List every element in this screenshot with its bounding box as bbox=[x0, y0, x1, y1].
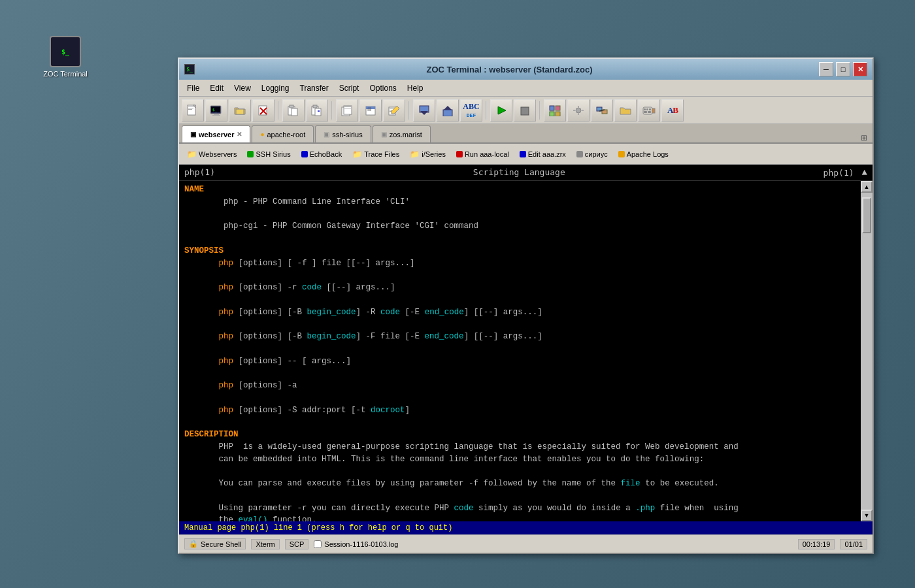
status-date: 01/01 bbox=[840, 539, 867, 549]
svg-point-43 bbox=[576, 108, 581, 113]
toolbar-clipboard-btn[interactable]: ▤ bbox=[359, 99, 382, 122]
toolbar-new-btn[interactable] bbox=[182, 99, 204, 122]
term-section-synopsis: SYNOPSIS bbox=[184, 245, 856, 257]
tab-label-0: webserver bbox=[199, 131, 234, 139]
toolbar-files-btn[interactable] bbox=[614, 99, 637, 122]
status-scp[interactable]: SCP bbox=[285, 539, 309, 549]
menu-options[interactable]: Options bbox=[364, 82, 401, 94]
svg-rect-19 bbox=[315, 108, 321, 116]
toolbar-copy-btn[interactable] bbox=[336, 99, 358, 122]
term-blank-11 bbox=[184, 490, 856, 502]
svg-rect-41 bbox=[550, 112, 554, 116]
tab-icon-2: ▣ bbox=[324, 131, 329, 138]
log-checkbox[interactable] bbox=[314, 540, 322, 548]
menu-logging[interactable]: Logging bbox=[256, 82, 295, 94]
toolbar-paste1-btn[interactable] bbox=[282, 99, 305, 122]
term-blank-7 bbox=[184, 367, 856, 380]
bookmark-dot-6 bbox=[520, 151, 526, 157]
term-blank-1 bbox=[184, 208, 856, 221]
tab-close-0[interactable]: ✕ bbox=[237, 131, 242, 138]
term-desc-4: Using parameter -r you can directly exec… bbox=[184, 502, 856, 515]
toolbar-sep-2 bbox=[331, 101, 333, 120]
toolbar-close-btn[interactable] bbox=[252, 99, 274, 122]
toolbar: $_ ▤ ABC DE bbox=[179, 97, 873, 124]
tab-grid-icon[interactable]: ⊞ bbox=[858, 133, 870, 142]
toolbar-keys-btn[interactable] bbox=[638, 99, 660, 122]
svg-rect-57 bbox=[652, 108, 655, 113]
svg-rect-15 bbox=[290, 105, 293, 108]
status-time-value: 00:13:19 bbox=[803, 540, 831, 548]
bookmark-ssh-sirius[interactable]: SSH Sirius bbox=[243, 149, 294, 159]
toolbar-font2-btn[interactable]: AB bbox=[661, 99, 684, 122]
menu-transfer[interactable]: Transfer bbox=[295, 82, 334, 94]
scroll-down-btn[interactable]: ▼ bbox=[861, 510, 873, 521]
svg-text:$_: $_ bbox=[212, 107, 218, 112]
bookmark-icon-4: 📁 bbox=[410, 150, 420, 159]
menu-edit[interactable]: Edit bbox=[205, 82, 229, 94]
bookmark-iseries[interactable]: 📁 i/Series bbox=[406, 148, 450, 160]
svg-marker-35 bbox=[444, 106, 452, 110]
tab-ssh-sirius[interactable]: ▣ ssh-sirius bbox=[315, 125, 371, 142]
bookmark-edit-aaa-zrx[interactable]: Edit aaa.zrx bbox=[516, 149, 570, 159]
svg-rect-23 bbox=[344, 106, 351, 107]
term-synopsis-2: php [options] -r code [[--] args...] bbox=[184, 282, 856, 294]
bookmark-label-2: EchoBack bbox=[310, 150, 342, 158]
svg-rect-36 bbox=[443, 110, 452, 116]
menu-help[interactable]: Help bbox=[402, 82, 429, 94]
term-synopsis-3: php [options] [-B begin_code] -R code [-… bbox=[184, 306, 856, 319]
app-label: ZOC Terminal bbox=[43, 70, 88, 78]
terminal-scrollbar[interactable]: ▲ ▼ bbox=[861, 181, 873, 521]
toolbar-settings-btn[interactable] bbox=[567, 99, 590, 122]
menu-view[interactable]: View bbox=[229, 82, 256, 94]
tab-webserver[interactable]: ▣ webserver ✕ bbox=[182, 125, 250, 142]
bookmark-trace-files[interactable]: 📁 Trace Files bbox=[348, 148, 403, 160]
svg-rect-10 bbox=[236, 109, 244, 114]
desktop-icon-zoc[interactable]: $_ ZOC Terminal bbox=[39, 36, 92, 78]
toolbar-open-btn[interactable] bbox=[229, 99, 251, 122]
toolbar-down-btn[interactable] bbox=[413, 99, 435, 122]
close-button[interactable]: ✕ bbox=[853, 62, 867, 76]
svg-rect-44 bbox=[578, 106, 579, 108]
toolbar-font-btn[interactable]: ABC DEF bbox=[460, 99, 482, 122]
window-title: ZOC Terminal : webserver (Standard.zoc) bbox=[200, 65, 819, 74]
toolbar-tools-btn[interactable] bbox=[544, 99, 566, 122]
scroll-thumb[interactable] bbox=[862, 197, 871, 233]
term-desc-5: the eval() function. bbox=[184, 514, 856, 521]
tab-apache-root[interactable]: ● apache-root bbox=[252, 125, 314, 142]
bookmark-webservers[interactable]: 📁 Webservers bbox=[183, 148, 241, 160]
toolbar-run-btn[interactable] bbox=[490, 99, 512, 122]
scroll-up-btn[interactable]: ▲ bbox=[861, 181, 873, 193]
svg-rect-55 bbox=[644, 111, 647, 113]
terminal-scroll-area[interactable]: NAME php - PHP Command Line Interface 'C… bbox=[179, 181, 861, 521]
maximize-button[interactable]: □ bbox=[836, 62, 850, 76]
term-synopsis-5: php [options] -- [ args...] bbox=[184, 355, 856, 368]
bookmark-dot-7 bbox=[576, 151, 583, 157]
tab-zos-marist[interactable]: ▣ zos.marist bbox=[373, 125, 431, 142]
toolbar-edit-btn[interactable] bbox=[383, 99, 405, 122]
svg-marker-37 bbox=[498, 106, 506, 114]
bookmark-sirius[interactable]: сириус bbox=[573, 149, 612, 159]
bookmark-echoback[interactable]: EchoBack bbox=[297, 149, 346, 159]
toolbar-transfer-btn[interactable] bbox=[591, 99, 613, 122]
terminal-wrapper: NAME php - PHP Command Line Interface 'C… bbox=[179, 181, 873, 521]
toolbar-stop-btn[interactable] bbox=[514, 99, 536, 122]
status-secure-shell[interactable]: 🔒 Secure Shell bbox=[184, 538, 246, 549]
toolbar-connect-btn[interactable]: $_ bbox=[205, 99, 227, 122]
svg-rect-29 bbox=[390, 108, 393, 109]
term-desc-2: can be embedded into HTML. This is the c… bbox=[184, 453, 856, 466]
svg-rect-39 bbox=[550, 106, 554, 110]
bookmark-label-8: Apache Logs bbox=[627, 150, 669, 158]
menu-file[interactable]: File bbox=[182, 82, 205, 94]
term-section-description: DESCRIPTION bbox=[184, 429, 856, 441]
bookmark-run-aaa-local[interactable]: Run aaa-local bbox=[452, 149, 513, 159]
term-blank-8 bbox=[184, 392, 856, 404]
toolbar-paste2-btn[interactable] bbox=[306, 99, 328, 122]
menu-script[interactable]: Script bbox=[334, 82, 365, 94]
scroll-track bbox=[861, 193, 873, 510]
status-xterm[interactable]: Xterm bbox=[251, 539, 279, 549]
toolbar-up-btn[interactable] bbox=[437, 99, 459, 122]
bookmark-apache-logs[interactable]: Apache Logs bbox=[614, 149, 673, 159]
term-synopsis-6: php [options] -a bbox=[184, 380, 856, 392]
command-text: Manual page php(1) line 1 (press h for h… bbox=[184, 523, 452, 532]
minimize-button[interactable]: ─ bbox=[819, 62, 833, 76]
